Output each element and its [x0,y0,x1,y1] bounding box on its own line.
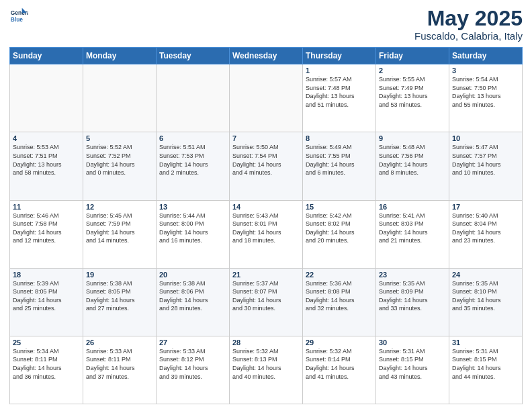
day-info: Sunrise: 5:32 AM Sunset: 8:13 PM Dayligh… [232,347,300,381]
calendar-cell: 6Sunrise: 5:51 AM Sunset: 7:53 PM Daylig… [157,132,230,200]
day-info: Sunrise: 5:49 AM Sunset: 7:55 PM Dayligh… [306,143,373,177]
day-info: Sunrise: 5:47 AM Sunset: 7:57 PM Dayligh… [452,143,519,177]
calendar-cell: 1Sunrise: 5:57 AM Sunset: 7:48 PM Daylig… [303,64,376,132]
day-info: Sunrise: 5:43 AM Sunset: 8:01 PM Dayligh… [232,212,300,245]
day-number: 21 [232,271,300,279]
calendar-week-3: 11Sunrise: 5:46 AM Sunset: 7:58 PM Dayli… [10,200,523,268]
calendar-cell: 19Sunrise: 5:38 AM Sunset: 8:05 PM Dayli… [83,268,157,336]
day-number: 15 [306,203,373,211]
svg-text:Blue: Blue [11,16,23,23]
day-info: Sunrise: 5:52 AM Sunset: 7:52 PM Dayligh… [86,143,153,177]
col-saturday: Saturday [449,48,523,64]
day-number: 25 [13,338,80,347]
day-number: 13 [159,203,226,211]
calendar-cell: 28Sunrise: 5:32 AM Sunset: 8:13 PM Dayli… [230,336,303,404]
day-number: 9 [379,134,446,142]
calendar-cell: 26Sunrise: 5:33 AM Sunset: 8:11 PM Dayli… [83,336,157,404]
day-number: 30 [379,338,446,347]
col-monday: Monday [83,48,157,64]
calendar-week-4: 18Sunrise: 5:39 AM Sunset: 8:05 PM Dayli… [10,268,523,336]
calendar-body: 1Sunrise: 5:57 AM Sunset: 7:48 PM Daylig… [10,64,523,404]
day-info: Sunrise: 5:51 AM Sunset: 7:53 PM Dayligh… [159,143,226,177]
calendar-table: Sunday Monday Tuesday Wednesday Thursday… [9,47,523,404]
calendar-cell: 24Sunrise: 5:35 AM Sunset: 8:10 PM Dayli… [449,268,523,336]
calendar-cell: 14Sunrise: 5:43 AM Sunset: 8:01 PM Dayli… [230,200,303,268]
day-info: Sunrise: 5:33 AM Sunset: 8:11 PM Dayligh… [86,347,153,381]
day-number: 24 [452,271,519,279]
day-info: Sunrise: 5:57 AM Sunset: 7:48 PM Dayligh… [306,75,373,109]
calendar-cell: 30Sunrise: 5:31 AM Sunset: 8:15 PM Dayli… [376,336,449,404]
calendar-cell: 2Sunrise: 5:55 AM Sunset: 7:49 PM Daylig… [376,64,449,132]
calendar-cell: 8Sunrise: 5:49 AM Sunset: 7:55 PM Daylig… [303,132,376,200]
calendar-title: May 2025 [414,7,523,30]
day-info: Sunrise: 5:32 AM Sunset: 8:14 PM Dayligh… [306,347,373,381]
calendar-cell: 10Sunrise: 5:47 AM Sunset: 7:57 PM Dayli… [449,132,523,200]
calendar-cell: 13Sunrise: 5:44 AM Sunset: 8:00 PM Dayli… [157,200,230,268]
calendar-cell: 4Sunrise: 5:53 AM Sunset: 7:51 PM Daylig… [10,132,83,200]
day-number: 4 [13,134,80,142]
day-info: Sunrise: 5:34 AM Sunset: 8:11 PM Dayligh… [13,347,80,381]
day-info: Sunrise: 5:53 AM Sunset: 7:51 PM Dayligh… [13,143,80,177]
calendar-week-5: 25Sunrise: 5:34 AM Sunset: 8:11 PM Dayli… [10,336,523,404]
day-number: 27 [159,338,226,347]
calendar-week-2: 4Sunrise: 5:53 AM Sunset: 7:51 PM Daylig… [10,132,523,200]
day-number: 19 [86,271,153,279]
calendar-cell: 25Sunrise: 5:34 AM Sunset: 8:11 PM Dayli… [10,336,83,404]
day-number: 5 [86,134,153,142]
col-wednesday: Wednesday [230,48,303,64]
day-number: 8 [306,134,373,142]
day-number: 26 [86,338,153,347]
day-info: Sunrise: 5:35 AM Sunset: 8:10 PM Dayligh… [452,279,519,313]
day-number: 10 [452,134,519,142]
col-thursday: Thursday [303,48,376,64]
day-info: Sunrise: 5:55 AM Sunset: 7:49 PM Dayligh… [379,75,446,109]
day-info: Sunrise: 5:42 AM Sunset: 8:02 PM Dayligh… [306,212,373,245]
logo: General Blue General Blue [9,7,28,26]
calendar-cell: 11Sunrise: 5:46 AM Sunset: 7:58 PM Dayli… [10,200,83,268]
calendar-cell: 31Sunrise: 5:31 AM Sunset: 8:15 PM Dayli… [449,336,523,404]
day-number: 14 [232,203,300,211]
day-number: 12 [86,203,153,211]
calendar-cell: 20Sunrise: 5:38 AM Sunset: 8:06 PM Dayli… [157,268,230,336]
day-info: Sunrise: 5:31 AM Sunset: 8:15 PM Dayligh… [452,347,519,381]
page: General Blue General Blue May 2025 Fusca… [0,0,532,411]
day-number: 29 [306,338,373,347]
day-info: Sunrise: 5:48 AM Sunset: 7:56 PM Dayligh… [379,143,446,177]
day-info: Sunrise: 5:39 AM Sunset: 8:05 PM Dayligh… [13,279,80,313]
day-number: 2 [379,66,446,75]
day-number: 23 [379,271,446,279]
calendar-cell: 17Sunrise: 5:40 AM Sunset: 8:04 PM Dayli… [449,200,523,268]
day-info: Sunrise: 5:44 AM Sunset: 8:00 PM Dayligh… [159,212,226,245]
day-info: Sunrise: 5:46 AM Sunset: 7:58 PM Dayligh… [13,212,80,245]
day-number: 18 [13,271,80,279]
day-info: Sunrise: 5:37 AM Sunset: 8:07 PM Dayligh… [232,279,300,313]
day-info: Sunrise: 5:38 AM Sunset: 8:05 PM Dayligh… [86,279,153,313]
calendar-cell [83,64,157,132]
day-number: 20 [159,271,226,279]
day-number: 28 [232,338,300,347]
col-friday: Friday [376,48,449,64]
calendar-cell: 7Sunrise: 5:50 AM Sunset: 7:54 PM Daylig… [230,132,303,200]
day-info: Sunrise: 5:38 AM Sunset: 8:06 PM Dayligh… [159,279,226,313]
header: General Blue General Blue May 2025 Fusca… [9,7,523,42]
day-info: Sunrise: 5:33 AM Sunset: 8:12 PM Dayligh… [159,347,226,381]
day-info: Sunrise: 5:45 AM Sunset: 7:59 PM Dayligh… [86,212,153,245]
calendar-cell: 22Sunrise: 5:36 AM Sunset: 8:08 PM Dayli… [303,268,376,336]
day-number: 22 [306,271,373,279]
calendar-week-1: 1Sunrise: 5:57 AM Sunset: 7:48 PM Daylig… [10,64,523,132]
day-info: Sunrise: 5:36 AM Sunset: 8:08 PM Dayligh… [306,279,373,313]
day-info: Sunrise: 5:40 AM Sunset: 8:04 PM Dayligh… [452,212,519,245]
day-number: 16 [379,203,446,211]
calendar-cell: 16Sunrise: 5:41 AM Sunset: 8:03 PM Dayli… [376,200,449,268]
title-block: May 2025 Fuscaldo, Calabria, Italy [414,7,523,42]
day-number: 1 [306,66,373,75]
day-info: Sunrise: 5:41 AM Sunset: 8:03 PM Dayligh… [379,212,446,245]
calendar-cell: 5Sunrise: 5:52 AM Sunset: 7:52 PM Daylig… [83,132,157,200]
day-number: 31 [452,338,519,347]
calendar-cell: 15Sunrise: 5:42 AM Sunset: 8:02 PM Dayli… [303,200,376,268]
day-info: Sunrise: 5:54 AM Sunset: 7:50 PM Dayligh… [452,75,519,109]
calendar-cell [157,64,230,132]
calendar-cell: 9Sunrise: 5:48 AM Sunset: 7:56 PM Daylig… [376,132,449,200]
calendar-cell: 23Sunrise: 5:35 AM Sunset: 8:09 PM Dayli… [376,268,449,336]
header-row: Sunday Monday Tuesday Wednesday Thursday… [10,48,523,64]
